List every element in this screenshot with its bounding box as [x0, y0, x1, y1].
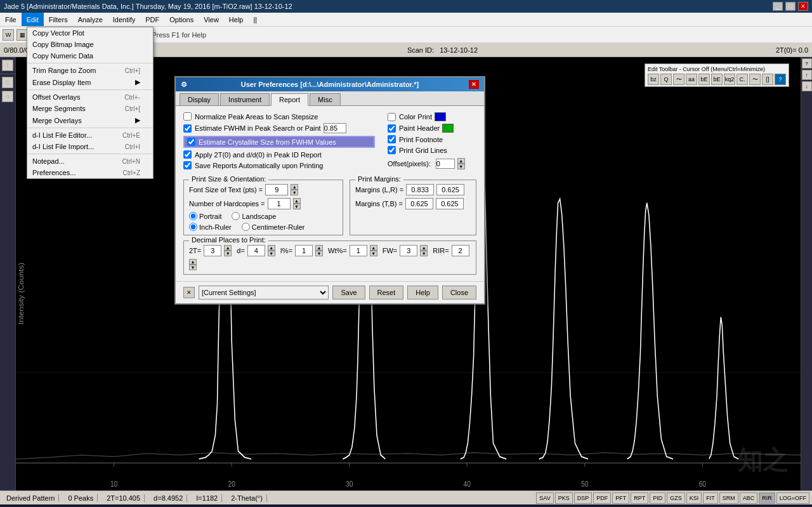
erase-display-item[interactable]: Erase Display Item ▶: [27, 76, 153, 88]
paint-header-swatch[interactable]: [442, 124, 454, 133]
toolbar-c-icon[interactable]: C.: [737, 74, 748, 85]
hardcopies-down-button[interactable]: ▼: [293, 204, 301, 209]
close-button[interactable]: Close: [442, 286, 476, 300]
2t-down-button[interactable]: ▼: [224, 251, 232, 256]
toolbar-aa-icon[interactable]: aa: [686, 74, 697, 85]
print-footnote-checkbox[interactable]: [388, 135, 396, 143]
footer-x-button[interactable]: ✕: [183, 287, 195, 298]
d-up-button[interactable]: ▲: [268, 245, 275, 251]
wt-pct-down-button[interactable]: ▼: [370, 251, 377, 256]
hardcopies-up-button[interactable]: ▲: [293, 198, 301, 204]
offset-down-button[interactable]: ▼: [457, 164, 465, 169]
tb-margin-bottom-input[interactable]: [436, 198, 464, 209]
lr-margin-right-input[interactable]: [436, 184, 464, 195]
menu-analyze[interactable]: Analyze: [73, 13, 108, 26]
menu-options[interactable]: Options: [164, 13, 199, 26]
pdf-button[interactable]: PDF: [593, 492, 611, 504]
normalize-checkbox[interactable]: [183, 112, 192, 121]
dsp-button[interactable]: DSP: [574, 492, 593, 504]
fw-up-button[interactable]: ▲: [420, 245, 428, 251]
sidebar-icon-1[interactable]: i: [2, 60, 13, 71]
notepad-item[interactable]: Notepad... Ctrl+N: [27, 155, 153, 167]
pft-button[interactable]: PFT: [612, 492, 629, 504]
pks-button[interactable]: PKS: [555, 492, 573, 504]
minimize-button[interactable]: _: [773, 2, 783, 11]
fw-down-button[interactable]: ▼: [420, 251, 428, 256]
offset-up-button[interactable]: ▲: [457, 158, 465, 164]
paint-header-checkbox[interactable]: [388, 124, 396, 133]
estimate-fwhm-checkbox[interactable]: [183, 124, 192, 133]
cm-ruler-radio[interactable]: [242, 223, 250, 231]
rir-button[interactable]: RIR: [759, 492, 775, 504]
inch-ruler-radio[interactable]: [189, 223, 197, 231]
font-size-input[interactable]: [265, 184, 288, 195]
save-reports-checkbox[interactable]: [183, 161, 192, 169]
menu-edit[interactable]: Edit: [22, 13, 44, 26]
merge-segments-item[interactable]: Merge Segments Ctrl+[: [27, 103, 153, 114]
sidebar-icon-3[interactable]: n: [2, 91, 13, 102]
tab-report[interactable]: Report: [271, 93, 308, 106]
pid-button[interactable]: PID: [650, 492, 665, 504]
d-down-button[interactable]: ▼: [268, 251, 275, 256]
toolbar-kq2-icon[interactable]: kq2: [724, 74, 735, 85]
ksi-button[interactable]: KSI: [686, 492, 702, 504]
print-grid-checkbox[interactable]: [388, 146, 396, 154]
srm-button[interactable]: SRM: [719, 492, 738, 504]
font-size-up-button[interactable]: ▲: [291, 184, 298, 190]
dialog-close-button[interactable]: ✕: [469, 80, 479, 89]
rpt-button[interactable]: RPT: [631, 492, 648, 504]
gzs-button[interactable]: GZS: [667, 492, 685, 504]
copy-bitmap-image-item[interactable]: Copy Bitmap Image: [27, 39, 153, 50]
toolbar-icon-1[interactable]: W: [3, 29, 14, 41]
landscape-radio[interactable]: [232, 212, 240, 220]
fit-button[interactable]: FIT: [703, 492, 718, 504]
sidebar-icon-2[interactable]: C: [2, 77, 13, 88]
tab-display[interactable]: Display: [180, 93, 219, 105]
lr-margin-left-input[interactable]: [406, 184, 434, 195]
i-pct-down-button[interactable]: ▼: [315, 251, 323, 256]
toolbar-bz-icon[interactable]: bz: [648, 74, 659, 85]
close-button[interactable]: ✕: [798, 2, 808, 11]
copy-numeric-data-item[interactable]: Copy Numeric Data: [27, 50, 153, 62]
rir-down-button[interactable]: ▼: [189, 265, 197, 270]
hardcopies-input[interactable]: [268, 198, 291, 209]
wt-pct-up-button[interactable]: ▲: [370, 245, 377, 251]
color-print-checkbox[interactable]: [388, 113, 396, 121]
tb-margin-top-input[interactable]: [405, 198, 433, 209]
copy-vector-plot-item[interactable]: Copy Vector Plot: [27, 27, 153, 39]
d-input[interactable]: [247, 245, 265, 256]
preferences-item[interactable]: Preferences... Ctrl+Z: [27, 167, 153, 178]
tab-misc[interactable]: Misc: [310, 93, 341, 105]
save-button[interactable]: Save: [332, 286, 365, 300]
menu-help[interactable]: Help: [224, 13, 249, 26]
fw-input[interactable]: [400, 245, 417, 256]
fwhm-value-input[interactable]: [324, 123, 346, 133]
toolbar-wave2-icon[interactable]: 〜: [749, 74, 761, 85]
toolbar-wave-icon[interactable]: 〜: [673, 74, 684, 85]
maximize-button[interactable]: □: [785, 2, 796, 11]
rir-input[interactable]: [452, 245, 469, 256]
toolbar-q-icon[interactable]: Q: [660, 74, 672, 85]
abc-button[interactable]: ABC: [740, 492, 758, 504]
2t-up-button[interactable]: ▲: [224, 245, 232, 251]
i-pct-input[interactable]: [295, 245, 313, 256]
right-icon-1[interactable]: ?: [802, 58, 812, 69]
wt-pct-input[interactable]: [350, 245, 367, 256]
toolbar-be1-icon[interactable]: bE: [698, 74, 710, 85]
offset-overlays-item[interactable]: Offset Overlays Ctrl+-: [27, 91, 153, 103]
right-icon-2[interactable]: ↑: [802, 70, 812, 80]
reset-button[interactable]: Reset: [369, 286, 404, 300]
toolbar-be2-icon[interactable]: bE: [711, 74, 723, 85]
log-button[interactable]: LOG=OFF: [776, 492, 809, 504]
rir-up-button[interactable]: ▲: [189, 259, 197, 265]
help-button[interactable]: Help: [407, 286, 438, 300]
estimate-crystallite-checkbox[interactable]: [187, 138, 195, 146]
merge-overlays-item[interactable]: Merge Overlays ▶: [27, 114, 153, 126]
right-icon-3[interactable]: ↓: [802, 81, 812, 91]
apply-2t-checkbox[interactable]: [183, 150, 192, 159]
menu-pdf[interactable]: PDF: [140, 13, 164, 26]
d-i-list-editor-item[interactable]: d-I List File Editor... Ctrl+E: [27, 129, 153, 141]
2t-input[interactable]: [204, 245, 221, 256]
tab-instrument[interactable]: Instrument: [220, 93, 270, 105]
menu-identify[interactable]: Identify: [108, 13, 140, 26]
